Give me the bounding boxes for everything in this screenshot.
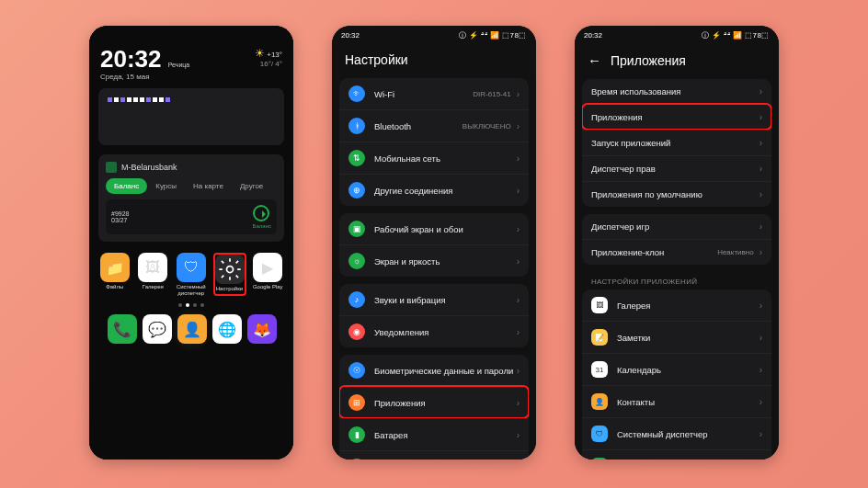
item-icon: ▮ xyxy=(348,426,365,443)
dock-app[interactable]: 👤 xyxy=(177,314,207,346)
item-label: Звуки и вибрация xyxy=(374,295,517,305)
clock-widget[interactable]: 20:32 Речица xyxy=(100,47,189,71)
settings-item[interactable]: ◔Память› xyxy=(339,450,529,460)
music-widget[interactable] xyxy=(98,88,284,145)
app-settings-item[interactable]: 📞Службы Телефона› xyxy=(582,449,771,460)
item-label: Экран и яркость xyxy=(374,256,517,267)
item-label: Биометрические данные и пароли xyxy=(374,366,517,376)
chevron-right-icon: › xyxy=(760,189,762,199)
item-icon: ☉ xyxy=(348,362,365,379)
dock-app[interactable]: 📞 xyxy=(108,314,137,346)
item-icon: ⊞ xyxy=(348,394,365,411)
settings-item[interactable]: ᯤWi-FiDIR-615-41› xyxy=(339,78,529,109)
apps-item[interactable]: Приложения по умолчанию› xyxy=(582,181,771,207)
app-settings-item[interactable]: 👤Контакты› xyxy=(582,385,771,417)
item-label: Уведомления xyxy=(374,327,517,337)
settings-item[interactable]: ⇅Мобильная сеть› xyxy=(339,142,529,174)
settings-list: ᯤWi-FiDIR-615-41›ᚼBluetoothВЫКЛЮЧЕНО›⇅Мо… xyxy=(332,78,536,460)
sun-icon: ☀ xyxy=(255,47,265,60)
gear-icon xyxy=(217,256,243,282)
item-label: Диспетчер игр xyxy=(591,221,760,232)
settings-item[interactable]: ⊞Приложения› xyxy=(339,386,529,418)
weather-widget[interactable]: ☀ +13° 16°/ 4° xyxy=(255,47,282,68)
item-label: Запуск приложений xyxy=(591,138,760,148)
app-Настройки[interactable]: Настройки xyxy=(213,253,246,296)
chevron-right-icon: › xyxy=(517,121,520,131)
settings-item[interactable]: ▮Батарея› xyxy=(339,418,529,450)
item-icon: ▣ xyxy=(348,221,365,237)
app-icon: 📞 xyxy=(108,314,137,344)
app-settings-item[interactable]: 31Календарь› xyxy=(582,353,771,385)
item-label: Заметки xyxy=(617,333,760,343)
item-label: Другие соединения xyxy=(374,186,517,196)
settings-item[interactable]: ▣Рабочий экран и обои› xyxy=(339,213,529,244)
app-icon: 31 xyxy=(591,361,608,378)
apps-item[interactable]: Приложение-клонНеактивно› xyxy=(582,239,771,265)
chevron-right-icon: › xyxy=(760,397,762,407)
refresh-icon[interactable] xyxy=(253,205,269,221)
item-label: Wi-Fi xyxy=(374,89,473,99)
status-bar: 20:32 ⓘ ⚡ ⁴⁴ 📶 ⬚78⬚ xyxy=(575,26,779,43)
app-icon: 🖼 xyxy=(138,253,167,282)
bank-tabs: Баланс Курсы На карте Другое xyxy=(106,178,277,194)
chevron-right-icon: › xyxy=(517,430,520,440)
chevron-right-icon: › xyxy=(760,429,762,439)
chevron-right-icon: › xyxy=(760,138,762,148)
settings-item[interactable]: ⊕Другие соединения› xyxy=(339,174,529,206)
app-icon: 📝 xyxy=(591,329,608,346)
card-expiry: 03/27 xyxy=(111,217,129,223)
bank-tab-other[interactable]: Другое xyxy=(232,178,271,194)
dock-app[interactable]: 🌐 xyxy=(212,314,242,346)
app-settings-item[interactable]: 📝Заметки› xyxy=(582,321,771,353)
settings-item[interactable]: ☼Экран и яркость› xyxy=(339,244,529,277)
app-settings-item[interactable]: 🖼Галерея› xyxy=(582,289,771,321)
app-Галерея[interactable]: 🖼Галерея xyxy=(137,253,170,296)
app-icon xyxy=(215,255,245,284)
chevron-right-icon: › xyxy=(517,366,520,376)
item-label: Контакты xyxy=(617,397,760,407)
chevron-right-icon: › xyxy=(760,301,762,311)
app-settings-item[interactable]: 🛡Системный диспетчер› xyxy=(582,417,771,449)
app-Системный[interactable]: 🛡Системныйдиспетчер xyxy=(175,253,208,296)
item-label: Системный диспетчер xyxy=(617,429,760,439)
bank-tab-map[interactable]: На карте xyxy=(185,178,232,194)
item-icon: ◉ xyxy=(348,323,365,340)
apps-item[interactable]: Диспетчер прав› xyxy=(582,155,771,181)
apps-item[interactable]: Время использования› xyxy=(582,79,771,104)
apps-item[interactable]: Запуск приложений› xyxy=(582,130,771,155)
item-label: Bluetooth xyxy=(374,121,463,131)
app-Google Play[interactable]: ▶Google Play xyxy=(252,253,285,296)
item-label: Приложения xyxy=(591,112,760,122)
app-icon: 💬 xyxy=(143,314,172,344)
chevron-right-icon: › xyxy=(760,247,762,257)
chevron-right-icon: › xyxy=(517,327,520,337)
item-label: Диспетчер прав xyxy=(591,164,760,174)
item-icon: ♪ xyxy=(348,291,365,308)
bank-tab-balance[interactable]: Баланс xyxy=(106,178,147,194)
dock-app[interactable]: 💬 xyxy=(143,314,172,346)
chevron-right-icon: › xyxy=(517,398,520,408)
app-Файлы[interactable]: 📁Файлы xyxy=(98,253,131,296)
settings-item[interactable]: ᚼBluetoothВЫКЛЮЧЕНО› xyxy=(339,109,529,142)
section-label: НАСТРОЙКИ ПРИЛОЖЕНИЙ xyxy=(582,272,771,289)
back-icon[interactable]: ← xyxy=(588,52,601,68)
item-label: Галерея xyxy=(617,301,760,311)
bank-tab-rates[interactable]: Курсы xyxy=(147,178,185,194)
chevron-right-icon: › xyxy=(517,256,520,267)
bank-widget[interactable]: M-Belarusbank Баланс Курсы На карте Друг… xyxy=(98,154,284,242)
item-label: Время использования xyxy=(591,86,760,96)
svg-point-0 xyxy=(226,267,233,273)
chevron-right-icon: › xyxy=(760,164,762,174)
item-label: Календарь xyxy=(617,365,760,375)
app-icon: 🖼 xyxy=(591,297,608,313)
balance-label: Баланс xyxy=(253,223,271,229)
settings-item[interactable]: ♪Звуки и вибрация› xyxy=(339,284,529,315)
item-icon: ᚼ xyxy=(348,118,365,134)
item-label: Приложения xyxy=(374,398,517,408)
apps-item[interactable]: Диспетчер игр› xyxy=(582,214,771,239)
settings-item[interactable]: ☉Биометрические данные и пароли› xyxy=(339,355,529,386)
settings-item[interactable]: ◉Уведомления› xyxy=(339,315,529,347)
dock-app[interactable]: 🦊 xyxy=(247,314,277,346)
phone-settings: 20:32 ⓘ ⚡ ⁴⁴ 📶 ⬚78⬚ Настройки ᯤWi-FiDIR-… xyxy=(332,26,536,460)
apps-item[interactable]: Приложения› xyxy=(582,104,771,130)
